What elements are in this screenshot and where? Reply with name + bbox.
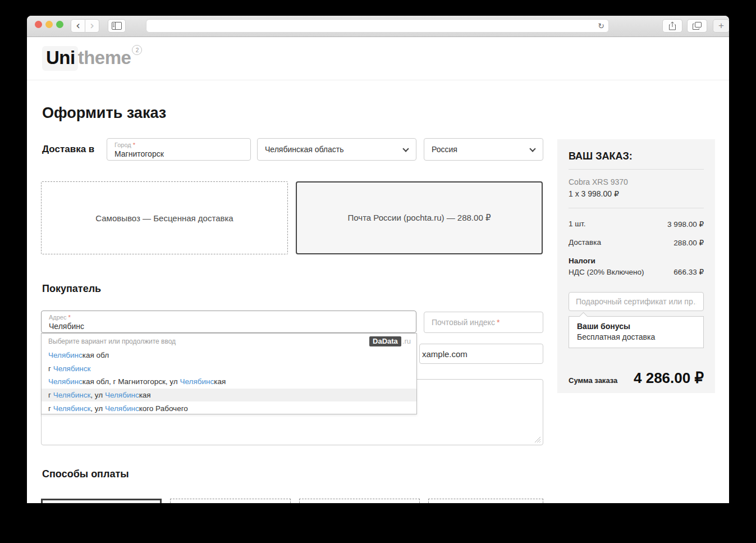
zoom-window-button[interactable] [56, 21, 63, 28]
address-bar: ↻ [146, 19, 609, 33]
bonus-popover: Ваши бонусы Бесплатная доставка [569, 316, 704, 348]
bonus-text: Бесплатная доставка [577, 332, 695, 341]
logo-part-theme: theme [78, 46, 131, 69]
order-row-subtotal: 1 шт. 3 998.00 ₽ [569, 220, 704, 229]
page-footer [27, 503, 729, 543]
sidebar-icon [112, 22, 122, 30]
minimize-window-button[interactable] [45, 21, 53, 28]
suggest-item[interactable]: г Челябинск [42, 362, 416, 376]
chevron-down-icon [402, 145, 409, 152]
order-tax-title: Налоги [569, 257, 704, 265]
required-asterisk: * [133, 142, 135, 148]
bonus-title: Ваши бонусы [577, 322, 695, 331]
divider [569, 208, 704, 208]
close-window-button[interactable] [35, 21, 42, 28]
delivery-label: Доставка в [42, 138, 94, 161]
required-asterisk: * [497, 318, 500, 327]
order-summary-panel: ВАШ ЗАКАЗ: Cobra XRS 9370 1 x 3 998.00 ₽… [557, 139, 715, 393]
browser-titlebar: ‹ › ↻ [27, 16, 729, 37]
city-field-label: Город* [114, 142, 135, 148]
forward-button[interactable]: › [85, 19, 99, 33]
order-row-shipping: Доставка 288.00 ₽ [569, 238, 704, 247]
suggest-hint-row: Выберите вариант или продолжите ввод DaD… [42, 334, 416, 349]
order-total-label: Сумма заказа [569, 376, 617, 385]
suggest-item[interactable]: Челябинская обл [42, 349, 416, 362]
order-total-value: 4 286.00 ₽ [634, 369, 704, 387]
dadata-tld: .ru [402, 337, 411, 345]
sidebar-toggle-button[interactable] [108, 19, 126, 33]
chevron-down-icon [529, 145, 535, 152]
country-select[interactable]: Россия [424, 138, 543, 161]
region-select[interactable]: Челябинская область [257, 138, 416, 161]
logo-version-badge: 2 [132, 45, 142, 55]
show-tabs-button[interactable] [687, 19, 707, 33]
suggest-item[interactable]: Челябинская обл, г Магнитогорск, ул Челя… [42, 375, 416, 389]
required-asterisk: * [68, 314, 71, 321]
suggest-hint: Выберите вариант или продолжите ввод [48, 337, 176, 345]
tabs-icon [693, 22, 702, 30]
suggest-item[interactable]: г Челябинск, ул Челябинского Рабочего [42, 401, 416, 415]
share-icon [668, 21, 676, 30]
back-button[interactable]: ‹ [71, 19, 85, 33]
country-select-value: Россия [432, 145, 457, 154]
city-input[interactable] [114, 149, 246, 158]
suggest-item-active[interactable]: г Челябинск, ул Челябинская [42, 389, 416, 402]
logo-part-uni: Uni [42, 46, 78, 71]
order-product-name[interactable]: Cobra XRS 9370 [569, 177, 704, 186]
browser-window: ‹ › ↻ [27, 16, 729, 543]
order-tax-label: НДС (20% Включено) [569, 268, 644, 276]
order-row-label: 1 шт. [569, 220, 586, 229]
gift-certificate-input[interactable] [569, 292, 704, 311]
address-field[interactable]: Адрес* [41, 311, 416, 333]
order-row-value: 3 998.00 ₽ [667, 220, 704, 229]
order-row-value: 288.00 ₽ [673, 238, 704, 247]
url-input[interactable] [146, 22, 594, 30]
shipping-option-pickup-label: Самовывоз — Бесценная доставка [95, 213, 233, 223]
shipping-option-post-label: Почта России (pochta.ru) — 288.00 ₽ [348, 213, 491, 223]
plus-icon: + [718, 20, 724, 31]
postcode-placeholder: Почтовый индекс* [432, 312, 500, 332]
order-product-qty: 1 x 3 998.00 ₽ [569, 189, 704, 198]
address-field-label: Адрес* [49, 314, 71, 321]
site-logo[interactable]: Unitheme 2 [42, 46, 142, 71]
back-icon: ‹ [76, 20, 80, 32]
forward-icon: › [90, 20, 94, 32]
reload-icon[interactable]: ↻ [594, 21, 608, 30]
order-total-row: Сумма заказа 4 286.00 ₽ [569, 369, 704, 387]
share-button[interactable] [662, 19, 682, 33]
order-row-tax: НДС (20% Включено) 666.33 ₽ [569, 267, 704, 276]
email-field[interactable] [419, 344, 543, 364]
divider [569, 169, 704, 170]
page-title: Оформить заказ [42, 104, 166, 122]
customer-section-title: Покупатель [42, 283, 101, 295]
region-select-value: Челябинская область [265, 145, 344, 154]
address-suggest-dropdown: Выберите вариант или продолжите ввод DaD… [41, 333, 417, 414]
payment-section-title: Способы оплаты [42, 468, 129, 480]
shipping-option-post-selected[interactable]: Почта России (pochta.ru) — 288.00 ₽ [296, 181, 543, 254]
new-tab-button[interactable]: + [713, 19, 729, 33]
address-input[interactable] [49, 322, 411, 331]
order-summary-title: ВАШ ЗАКАЗ: [569, 150, 704, 162]
dadata-badge: DaData [369, 336, 401, 346]
order-tax-value: 666.33 ₽ [673, 267, 704, 276]
resize-grip-icon[interactable] [534, 436, 541, 443]
postcode-field[interactable]: Почтовый индекс* [424, 312, 543, 333]
site-header: Unitheme 2 [27, 37, 729, 80]
order-row-label: Доставка [569, 238, 601, 247]
dadata-logo: DaData .ru [369, 336, 411, 346]
shipping-option-pickup[interactable]: Самовывоз — Бесценная доставка [41, 181, 288, 254]
city-field[interactable]: Город* [107, 138, 251, 161]
